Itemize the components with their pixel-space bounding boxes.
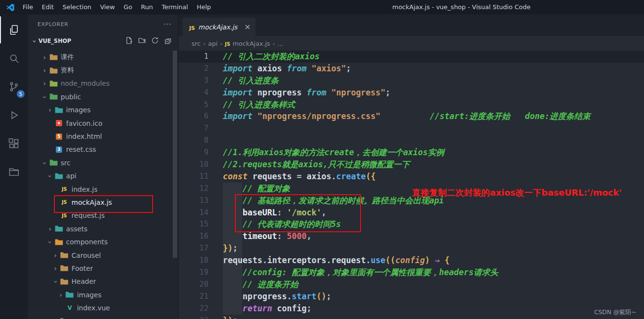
menu-view[interactable]: View <box>96 0 119 14</box>
code-line-20[interactable]: 20 // 进度条开始 <box>179 279 644 291</box>
folder-icon <box>49 80 58 87</box>
section-vue-shop[interactable]: › VUE_SHOP <box>28 34 178 48</box>
menu-terminal[interactable]: Terminal <box>157 0 193 14</box>
code-text: import "nprogress/nprogress.css" //start… <box>223 110 591 122</box>
line-number: 1 <box>179 51 208 63</box>
menu-run[interactable]: Run <box>137 0 157 14</box>
code-line-15[interactable]: 15 // 代表请求超时的时间5s <box>179 218 644 230</box>
code-line-9[interactable]: 9//1.利用axios对象的方法create，去创建一个axios实例 <box>179 146 644 159</box>
tree-item-components[interactable]: ›components <box>28 235 178 248</box>
chevron-right-icon: › <box>52 252 60 259</box>
folder-icon <box>49 93 58 100</box>
menu-edit[interactable]: Edit <box>38 0 58 14</box>
refresh-icon[interactable] <box>151 37 159 46</box>
tree-item-课件[interactable]: ›课件 <box>28 51 178 64</box>
search-icon[interactable] <box>0 45 28 72</box>
tree-item-label: Footer <box>72 265 93 272</box>
tree-item-index.vue[interactable]: Vindex.vue <box>28 301 178 314</box>
chevron-right-icon: › <box>46 106 54 114</box>
code-line-10[interactable]: 10//2.requests就是axios,只不过是稍微配置一下 <box>179 159 644 171</box>
tree-item-label: index.js <box>72 186 98 193</box>
line-number: 5 <box>179 99 208 111</box>
tree-item-mockAjax.js[interactable]: JSmockAjax.js <box>28 196 178 209</box>
code-line-21[interactable]: 21 nprogress.start(); <box>179 291 644 303</box>
explorer-title: EXPLORER <box>38 21 68 27</box>
code-line-5[interactable]: 5// 引入进度条样式 <box>179 99 644 111</box>
tree-item-Footer[interactable]: ›Footer <box>28 262 178 275</box>
tree-item-request.js[interactable]: JSrequest.js <box>28 209 178 222</box>
menu-file[interactable]: File <box>18 0 38 14</box>
tree-item-images[interactable]: ›images <box>28 288 178 301</box>
tree-item-node_modules[interactable]: ›node_modules <box>28 77 178 90</box>
js-icon: JS <box>60 213 69 218</box>
code-line-8[interactable]: 8 <box>179 134 644 146</box>
chevron-right-icon: › <box>40 66 49 74</box>
tree-item-api[interactable]: ›api <box>28 170 178 183</box>
watermark: CSDN @紫陌~ <box>594 308 636 317</box>
folder-icon <box>65 292 75 298</box>
menu-go[interactable]: Go <box>119 0 137 14</box>
tab-mockajax[interactable]: JS mockAjax.js × <box>182 18 256 36</box>
folder-library-icon[interactable] <box>0 159 28 186</box>
breadcrumb-item-mockAjax.js[interactable]: JSmockAjax.js <box>225 40 270 47</box>
code-line-14[interactable]: 14 baseURL: '/mock', <box>179 207 644 219</box>
sidebar-scrollbar[interactable] <box>173 51 177 258</box>
code-line-18[interactable]: 18requests.interceptors.request.use((con… <box>179 254 644 266</box>
menu-selection[interactable]: Selection <box>58 0 96 14</box>
new-folder-icon[interactable] <box>138 37 146 46</box>
tree-item-public[interactable]: ›public <box>28 90 178 103</box>
tree-item-label: src <box>61 159 70 167</box>
code-line-2[interactable]: 2import axios from "axios"; <box>179 63 644 75</box>
new-file-icon[interactable] <box>125 37 133 46</box>
js-icon: JS <box>225 40 230 47</box>
breadcrumb-item-api[interactable]: api <box>208 40 218 47</box>
chevron-down-icon: › <box>31 37 39 45</box>
code-line-17[interactable]: 17}); <box>179 242 644 254</box>
extensions-icon[interactable] <box>0 130 28 157</box>
tree-item-Header[interactable]: ›Header <box>28 275 178 288</box>
vscode-logo-icon <box>6 3 14 12</box>
menu-help[interactable]: Help <box>193 0 216 14</box>
tree-item-label: images <box>77 291 102 299</box>
collapse-all-icon[interactable] <box>164 37 172 46</box>
tree-item-partial[interactable]: › <box>28 315 178 319</box>
files-icon[interactable] <box>0 16 28 43</box>
folder-icon <box>49 160 58 166</box>
tree-item-index.js[interactable]: JSindex.js <box>28 183 178 196</box>
folder-icon <box>49 67 58 74</box>
tree-item-favicon.ico[interactable]: ★favicon.ico <box>28 117 178 130</box>
tree-item-label: mockAjax.js <box>72 199 112 206</box>
tab-bar: JS mockAjax.js × <box>179 14 644 36</box>
breadcrumb-item-...[interactable]: ... <box>277 40 283 47</box>
code-line-6[interactable]: 6import "nprogress/nprogress.css" //star… <box>179 110 644 122</box>
breadcrumb-item-src[interactable]: src <box>192 40 201 47</box>
code-line-16[interactable]: 16 timeout: 5000, <box>179 230 644 242</box>
chevron-right-icon: › <box>46 225 54 233</box>
code-line-4[interactable]: 4import nprogress from "nprogress"; <box>179 87 644 99</box>
tree-item-label: public <box>61 93 81 101</box>
tree-item-index.html[interactable]: 5index.html <box>28 130 178 143</box>
line-number: 2 <box>179 63 208 75</box>
more-actions-icon[interactable]: ··· <box>164 20 171 28</box>
code-line-22[interactable]: 22 return config; <box>179 303 644 315</box>
tree-item-label: favicon.ico <box>66 120 102 127</box>
code-line-23[interactable]: 23}); <box>179 315 644 319</box>
tree-item-src[interactable]: ›src <box>28 156 178 169</box>
source-control-icon[interactable]: 5 <box>0 73 28 100</box>
line-number: 19 <box>179 266 208 279</box>
tree-item-images[interactable]: ›images <box>28 104 178 117</box>
close-icon[interactable]: × <box>245 23 251 31</box>
code-line-7[interactable]: 7 <box>179 122 644 134</box>
folder-icon <box>54 239 64 245</box>
code-line-11[interactable]: 11const requests = axios.create({ <box>179 171 644 183</box>
code-line-1[interactable]: 1// 引入二次封装的axios <box>179 51 644 63</box>
code-line-19[interactable]: 19 //config: 配置对象，对象里面有一个属性很重要，headers请求… <box>179 266 644 279</box>
tree-item-reset.css[interactable]: 3reset.css <box>28 143 178 156</box>
tree-item-Carousel[interactable]: ›Carousel <box>28 249 178 262</box>
tree-item-资料[interactable]: ›资料 <box>28 64 178 77</box>
tree-item-assets[interactable]: ›assets <box>28 222 178 235</box>
breadcrumb: src›api›JSmockAjax.js›... <box>179 36 644 51</box>
html-icon: 5 <box>54 133 64 140</box>
code-line-3[interactable]: 3// 引入进度条 <box>179 75 644 87</box>
run-debug-icon[interactable] <box>0 102 28 129</box>
